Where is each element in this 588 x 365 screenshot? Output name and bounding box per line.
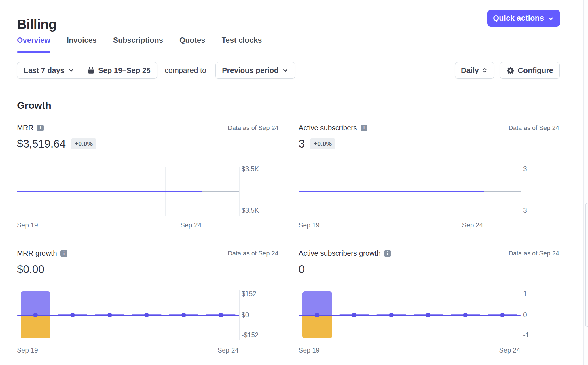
- metric-value: 0: [299, 263, 305, 276]
- chart-plot: [299, 290, 521, 340]
- plot-right-edge: [521, 290, 521, 340]
- vertical-scrollbar-thumb[interactable]: [585, 203, 588, 327]
- configure-label: Configure: [518, 66, 553, 75]
- window-edge-divider: [583, 0, 584, 365]
- y-tick-label: 3: [523, 206, 527, 215]
- data-point-dot: [144, 313, 149, 317]
- data-as-of-label: Data as of Sep 24: [509, 250, 559, 257]
- y-tick-label: $152: [242, 290, 256, 298]
- granularity-select[interactable]: Daily: [455, 62, 494, 79]
- comparison-label: Previous period: [222, 66, 279, 75]
- x-tick-label: Sep 19: [17, 221, 38, 229]
- y-tick-label: 0: [523, 311, 527, 319]
- y-tick-label: $0: [242, 311, 249, 319]
- quick-actions-button[interactable]: Quick actions: [487, 10, 560, 27]
- trend-line: [17, 191, 202, 192]
- tab-test-clocks[interactable]: Test clocks: [222, 36, 262, 53]
- calendar-icon: [87, 67, 95, 74]
- card-active-subscribers-growth: Active subscribers growth i Data as of S…: [288, 238, 559, 362]
- comparison-dropdown[interactable]: Previous period: [215, 62, 295, 79]
- compared-to-text: compared to: [165, 62, 206, 79]
- chevron-down-icon: [282, 67, 289, 74]
- net-line: [299, 315, 521, 316]
- info-icon[interactable]: i: [361, 125, 367, 131]
- card-title: Active subscribers: [299, 124, 357, 132]
- data-point-dot: [500, 313, 505, 317]
- y-tick-label: -1: [523, 331, 529, 339]
- y-tick-label: 1: [523, 290, 527, 298]
- x-tick-label: Sep 19: [299, 346, 320, 354]
- date-range-label: Sep 19–Sep 25: [98, 66, 151, 75]
- date-range-button[interactable]: Sep 19–Sep 25: [81, 62, 157, 78]
- data-point-dot: [70, 313, 75, 317]
- projection-line: [484, 191, 521, 192]
- metric-value: $3,519.64: [17, 138, 66, 150]
- info-icon[interactable]: i: [384, 250, 391, 257]
- bar-increase: [21, 291, 50, 315]
- x-tick-label: Sep 24: [218, 346, 239, 354]
- chart-plot: [17, 167, 239, 216]
- data-point-dot: [107, 313, 112, 317]
- bar-increase: [302, 291, 332, 315]
- bar-decrease: [302, 315, 332, 338]
- date-filter-group: Last 7 days Sep 19–Sep 25: [17, 62, 157, 79]
- y-tick-label: 3: [523, 165, 527, 173]
- chart-plot: [17, 290, 239, 340]
- card-mrr-growth: MRR growth i Data as of Sep 24 $0.00 $15…: [17, 238, 288, 362]
- change-badge: +0.0%: [310, 138, 335, 149]
- x-tick-label: Sep 19: [17, 346, 38, 354]
- page-title: Billing: [17, 16, 56, 32]
- period-dropdown[interactable]: Last 7 days: [17, 62, 81, 78]
- data-point-dot: [463, 313, 468, 317]
- data-point-dot: [33, 313, 38, 317]
- granularity-label: Daily: [461, 66, 479, 75]
- data-point-dot: [352, 313, 356, 317]
- data-as-of-label: Data as of Sep 24: [228, 250, 278, 257]
- card-active-subscribers: Active subscribers i Data as of Sep 24 3…: [288, 112, 559, 238]
- x-tick-label: Sep 19: [299, 221, 320, 229]
- data-point-dot: [219, 313, 223, 317]
- metric-value: 3: [299, 138, 305, 150]
- projection-line: [202, 191, 239, 192]
- trend-line: [299, 191, 484, 192]
- card-mrr: MRR i Data as of Sep 24 $3,519.64 +0.0% …: [17, 112, 288, 238]
- tab-subscriptions[interactable]: Subscriptions: [113, 36, 163, 53]
- info-icon[interactable]: i: [37, 125, 44, 131]
- metric-value: $0.00: [17, 263, 44, 276]
- data-point-dot: [181, 313, 186, 317]
- tab-quotes[interactable]: Quotes: [179, 36, 205, 53]
- data-point-dot: [315, 313, 319, 317]
- billing-tabs: Overview Invoices Subscriptions Quotes T…: [17, 36, 262, 53]
- card-title: MRR: [17, 124, 33, 132]
- section-heading-growth: Growth: [17, 100, 51, 111]
- quick-actions-label: Quick actions: [493, 14, 544, 23]
- configure-button[interactable]: Configure: [500, 62, 560, 79]
- gridline: [521, 167, 521, 216]
- bar-decrease: [21, 315, 50, 338]
- chevron-down-icon: [547, 14, 554, 22]
- period-label: Last 7 days: [24, 66, 65, 75]
- change-badge: +0.0%: [71, 138, 96, 149]
- x-tick-label: Sep 24: [181, 221, 202, 229]
- tab-overview[interactable]: Overview: [17, 36, 50, 53]
- card-title: MRR growth: [17, 249, 57, 257]
- gridline: [239, 167, 240, 216]
- tab-invoices[interactable]: Invoices: [67, 36, 97, 53]
- chevron-down-icon: [68, 67, 74, 74]
- y-tick-label: -$152: [242, 331, 259, 339]
- data-as-of-label: Data as of Sep 24: [509, 124, 559, 132]
- gear-icon: [507, 67, 514, 74]
- plot-right-edge: [239, 290, 240, 340]
- data-as-of-label: Data as of Sep 24: [228, 124, 278, 132]
- x-tick-label: Sep 24: [462, 221, 483, 229]
- x-tick-label: Sep 24: [499, 346, 520, 354]
- chevron-up-down-icon: [482, 67, 488, 74]
- y-tick-label: $3.5K: [242, 165, 259, 173]
- chart-plot: [299, 167, 521, 216]
- info-icon[interactable]: i: [60, 250, 67, 257]
- net-line: [17, 315, 239, 316]
- growth-cards-grid: MRR i Data as of Sep 24 $3,519.64 +0.0% …: [17, 112, 559, 362]
- data-point-dot: [426, 313, 430, 317]
- y-tick-label: $3.5K: [242, 206, 259, 215]
- data-point-dot: [389, 313, 394, 317]
